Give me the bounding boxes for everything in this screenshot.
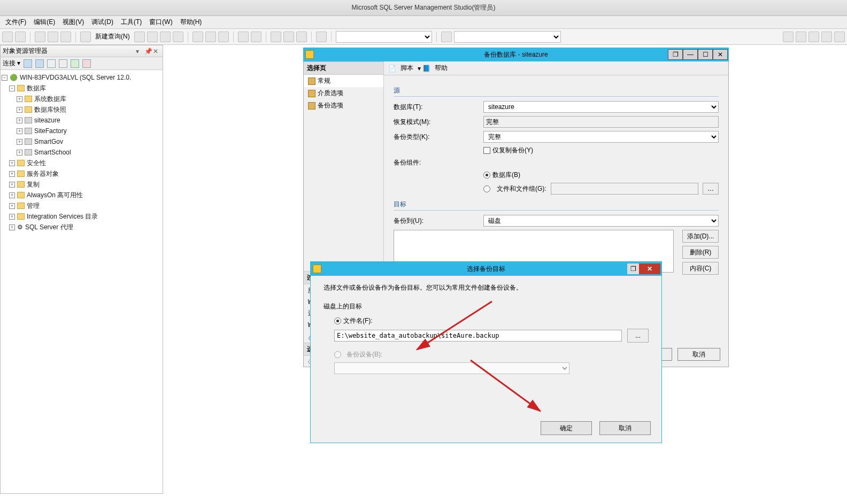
tb-redo-icon[interactable]: [251, 32, 261, 42]
tb-ext4-icon[interactable]: [821, 32, 832, 42]
oe-disconnect-icon[interactable]: [35, 59, 44, 68]
tb-paste-icon[interactable]: [218, 32, 229, 42]
page-general[interactable]: 常规: [304, 75, 383, 87]
label-copyonly: 仅复制备份(Y): [492, 146, 533, 154]
tb-fwd-icon[interactable]: [15, 32, 26, 42]
menu-file[interactable]: 文件(F): [2, 17, 29, 28]
page-icon: [308, 77, 315, 85]
menu-view[interactable]: 视图(V): [59, 17, 87, 28]
tree-sysdb[interactable]: +系统数据库: [2, 94, 161, 104]
tb-nav3-icon[interactable]: [296, 32, 307, 42]
checkbox-copyonly[interactable]: [483, 147, 490, 154]
tb-nav1-icon[interactable]: [271, 32, 281, 42]
tb-sep: [331, 32, 332, 42]
tb-back-icon[interactable]: [2, 32, 13, 42]
select-backup-type[interactable]: 完整: [483, 131, 719, 143]
radio-filename[interactable]: [334, 317, 341, 324]
tb-open-icon[interactable]: [35, 32, 45, 42]
script-dropdown[interactable]: 脚本: [401, 64, 413, 73]
input-filepath[interactable]: [334, 330, 622, 342]
oe-pin-icon[interactable]: 📌: [144, 48, 152, 55]
radio-filegroup[interactable]: [483, 185, 490, 192]
oe-refresh-icon[interactable]: [71, 59, 79, 68]
close-button[interactable]: ✕: [639, 263, 660, 274]
browse-filegroup-button[interactable]: …: [703, 183, 719, 195]
browse-button[interactable]: ...: [627, 329, 649, 343]
toolbar: 新建查询(N): [0, 29, 847, 45]
page-media[interactable]: 介质选项: [304, 87, 383, 99]
oe-connect-icon[interactable]: [24, 59, 32, 68]
restore-icon[interactable]: ❐: [627, 263, 639, 274]
oe-close-icon[interactable]: ✕: [153, 48, 160, 55]
oe-options-icon[interactable]: [82, 59, 91, 68]
menu-window[interactable]: 窗口(W): [146, 17, 175, 28]
tb-script4-icon[interactable]: [173, 32, 183, 42]
tree-databases[interactable]: −数据库: [2, 83, 161, 94]
tb-cut-icon[interactable]: [192, 32, 203, 42]
tb-newquery-icon[interactable]: [80, 32, 91, 42]
tb-exec-combo[interactable]: [336, 31, 432, 43]
oe-filter-icon[interactable]: [59, 59, 67, 68]
app-title: Microsoft SQL Server Management Studio(管…: [352, 3, 496, 12]
tree-snapshots[interactable]: +数据库快照: [2, 104, 161, 115]
minimize-button[interactable]: —: [683, 49, 698, 60]
tree-management[interactable]: +管理: [2, 200, 161, 211]
backup-titlebar[interactable]: 备份数据库 - siteazure ❐ — ☐ ✕: [303, 48, 729, 61]
tb-nav2-icon[interactable]: [283, 32, 294, 42]
add-button[interactable]: 添加(D)...: [682, 230, 719, 243]
dest-ok-button[interactable]: 确定: [541, 421, 592, 435]
tb-exec-icon[interactable]: [316, 32, 327, 42]
tb-ext5-icon[interactable]: [834, 32, 845, 42]
tree-is-catalog[interactable]: +Integration Services 目录: [2, 211, 161, 222]
tb-save-icon[interactable]: [48, 32, 58, 42]
tree-sql-agent[interactable]: +⚙SQL Server 代理: [2, 222, 161, 232]
tb-sep: [436, 32, 437, 42]
tb-db-icon[interactable]: [441, 32, 452, 42]
tb-ext1-icon[interactable]: [783, 32, 794, 42]
tree-db-smartgov[interactable]: +SmartGov: [2, 136, 161, 147]
oe-stop-icon[interactable]: [47, 59, 56, 68]
tb-db-combo[interactable]: [454, 31, 561, 43]
oe-connect-label[interactable]: 连接 ▾: [3, 59, 20, 68]
oe-title: 对象资源管理器: [3, 46, 48, 56]
restore-icon[interactable]: ❐: [668, 49, 683, 60]
tb-script2-icon[interactable]: [147, 32, 158, 42]
tb-ext3-icon[interactable]: [808, 32, 819, 42]
object-explorer-panel: 对象资源管理器 ▾ 📌 ✕ 连接 ▾ −🟢WIN-83FVDG3ALVL (SQ…: [0, 45, 163, 494]
maximize-button[interactable]: ☐: [698, 49, 713, 60]
tb-copy-icon[interactable]: [205, 32, 216, 42]
menu-help[interactable]: 帮助(H): [177, 17, 205, 28]
tb-saveall-icon[interactable]: [60, 32, 71, 42]
tb-script1-icon[interactable]: [134, 32, 145, 42]
tree-db-smartschool[interactable]: +SmartSchool: [2, 147, 161, 158]
help-link[interactable]: 帮助: [435, 64, 448, 73]
tree-db-sitefactory[interactable]: +SiteFactory: [2, 126, 161, 136]
tree-db-siteazure[interactable]: +siteazure: [2, 115, 161, 126]
tb-sep: [266, 32, 266, 42]
select-database[interactable]: siteazure: [483, 101, 719, 113]
select-backup-to[interactable]: 磁盘: [483, 215, 719, 227]
backup-cancel-button[interactable]: 取消: [677, 348, 720, 361]
oe-dropdown-icon[interactable]: ▾: [136, 48, 143, 55]
tb-ext2-icon[interactable]: [796, 32, 806, 42]
menu-debug[interactable]: 调试(D): [88, 17, 117, 28]
tree-security[interactable]: +安全性: [2, 158, 161, 168]
tree-alwayson[interactable]: +AlwaysOn 高可用性: [2, 190, 161, 200]
tb-script3-icon[interactable]: [160, 32, 171, 42]
dest-titlebar[interactable]: 选择备份目标 ❐ ✕: [311, 262, 661, 276]
tb-undo-icon[interactable]: [238, 32, 249, 42]
close-button[interactable]: ✕: [713, 49, 728, 60]
menu-tools[interactable]: 工具(T): [118, 17, 145, 28]
contents-button[interactable]: 内容(C): [682, 262, 719, 275]
remove-button[interactable]: 删除(R): [682, 246, 719, 259]
menu-edit[interactable]: 编辑(E): [30, 17, 58, 28]
tb-sep: [233, 32, 234, 42]
page-backup-options[interactable]: 备份选项: [304, 99, 383, 112]
dest-cancel-button[interactable]: 取消: [599, 421, 651, 435]
radio-database[interactable]: [483, 172, 490, 179]
tb-sep: [188, 32, 188, 42]
tree-serverobjects[interactable]: +服务器对象: [2, 168, 161, 179]
tb-newquery-label[interactable]: 新建查询(N): [93, 32, 132, 41]
tree-server[interactable]: −🟢WIN-83FVDG3ALVL (SQL Server 12.0.: [2, 72, 161, 83]
tree-replication[interactable]: +复制: [2, 179, 161, 190]
